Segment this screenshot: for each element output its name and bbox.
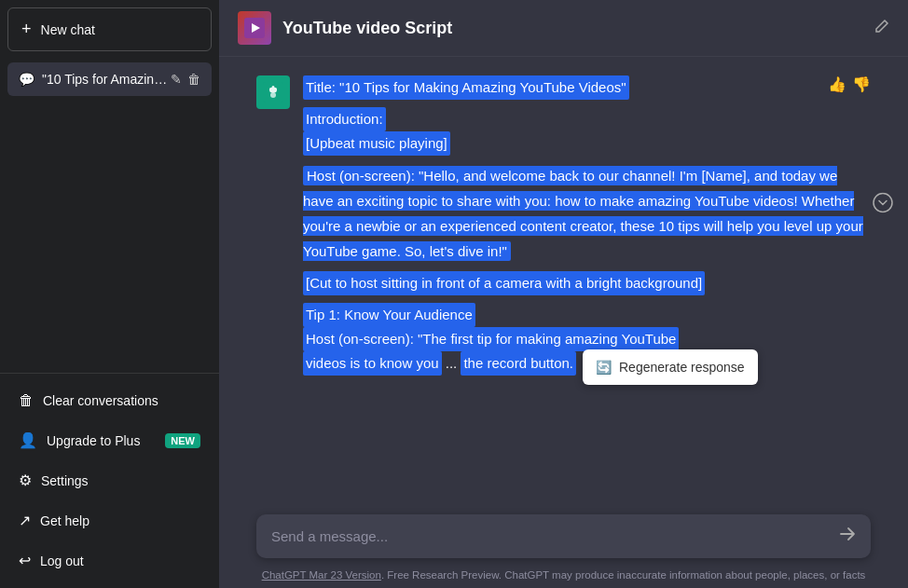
user-icon: 👤 [19, 431, 37, 449]
logout-label: Log out [40, 554, 84, 568]
clear-icon: 🗑 [19, 392, 34, 409]
footer: ChatGPT Mar 23 Version. Free Research Pr… [219, 564, 908, 588]
gear-icon: ⚙ [19, 472, 32, 489]
msg-tip1-title: Tip 1: Know Your Audience [303, 303, 475, 327]
delete-icon[interactable]: 🗑 [187, 72, 200, 87]
sidebar-bottom: 🗑 Clear conversations 👤 Upgrade to Plus … [0, 373, 219, 588]
help-label: Get help [40, 513, 89, 528]
header-left: YouTube video Script [238, 11, 452, 45]
msg-intro-block: Introduction: [Upbeat music playing] [303, 107, 871, 156]
msg-cut: [Cut to host sitting in front of a camer… [303, 271, 705, 295]
footer-text: . Free Research Preview. ChatGPT may pro… [381, 569, 865, 581]
msg-cut-block: [Cut to host sitting in front of a camer… [303, 271, 871, 295]
regenerate-tooltip[interactable]: 🔄 Regenerate response [583, 349, 758, 385]
plus-icon: + [21, 20, 32, 39]
message-actions: 👍 👎 [828, 75, 871, 93]
send-button[interactable] [839, 526, 856, 547]
msg-truncated: ... [446, 355, 458, 371]
settings-label: Settings [41, 473, 89, 488]
input-area [219, 503, 908, 564]
new-chat-label: New chat [41, 22, 95, 37]
message-input[interactable] [271, 528, 830, 544]
regenerate-label: Regenerate response [619, 357, 745, 377]
logout-icon: ↩ [19, 552, 31, 569]
header-title: YouTube video Script [282, 19, 452, 38]
msg-tip1-text3: the record button. [461, 351, 576, 376]
main-panel: YouTube video Script Title: "10 Tips for… [219, 0, 908, 588]
chat-icon: 💬 [19, 72, 34, 87]
msg-intro-label: Introduction: [303, 107, 386, 131]
scroll-down-arrow[interactable] [873, 193, 893, 218]
help-icon: ↗ [19, 512, 31, 529]
sidebar-item-settings[interactable]: ⚙ Settings [7, 460, 212, 500]
sidebar-item-clear[interactable]: 🗑 Clear conversations [7, 381, 212, 420]
new-badge: NEW [165, 433, 200, 448]
thumbs-up-icon[interactable]: 👍 [828, 75, 846, 93]
assistant-avatar [256, 75, 290, 109]
edit-icon[interactable]: ✎ [171, 72, 182, 87]
regen-icon: 🔄 [596, 357, 612, 377]
header-edit-icon[interactable] [874, 19, 889, 37]
msg-tip1-text2: videos is to know you [303, 351, 442, 376]
footer-link[interactable]: ChatGPT Mar 23 Version [262, 569, 381, 581]
message-row: Title: "10 Tips for Making Amazing YouTu… [256, 75, 871, 383]
sidebar-item-upgrade[interactable]: 👤 Upgrade to Plus NEW [7, 420, 212, 460]
clear-label: Clear conversations [43, 393, 158, 408]
sidebar-item-help[interactable]: ↗ Get help [7, 500, 212, 540]
header: YouTube video Script [219, 0, 908, 57]
upgrade-label: Upgrade to Plus [47, 433, 140, 448]
thumbs-down-icon[interactable]: 👎 [852, 75, 871, 93]
chat-history-item[interactable]: 💬 "10 Tips for Amazing Yo ✎ 🗑 [7, 62, 212, 96]
sidebar-item-logout[interactable]: ↩ Log out [7, 540, 212, 581]
msg-host-block: Host (on-screen): "Hello, and welcome ba… [303, 163, 871, 264]
input-box [256, 514, 871, 558]
msg-host-text: Host (on-screen): "Hello, and welcome ba… [303, 166, 863, 261]
msg-title-block: Title: "10 Tips for Making Amazing YouTu… [303, 75, 871, 100]
chat-item-left: 💬 "10 Tips for Amazing Yo [19, 72, 171, 87]
msg-tip1-text: Host (on-screen): "The first tip for mak… [303, 327, 679, 351]
chat-item-icons: ✎ 🗑 [171, 72, 200, 87]
msg-music: [Upbeat music playing] [303, 131, 450, 156]
msg-title: Title: "10 Tips for Making Amazing YouTu… [303, 75, 629, 100]
sidebar: + New chat 💬 "10 Tips for Amazing Yo ✎ 🗑… [0, 0, 219, 588]
chat-history: 💬 "10 Tips for Amazing Yo ✎ 🗑 [0, 59, 219, 373]
header-avatar [238, 11, 271, 45]
chat-item-label: "10 Tips for Amazing Yo [42, 72, 171, 87]
msg-tip1-block: Tip 1: Know Your Audience Host (on-scree… [303, 303, 871, 376]
chat-area: Title: "10 Tips for Making Amazing YouTu… [219, 57, 908, 503]
svg-point-4 [874, 194, 892, 212]
new-chat-button[interactable]: + New chat [7, 7, 212, 51]
message-content: Title: "10 Tips for Making Amazing YouTu… [303, 75, 871, 383]
svg-point-3 [270, 92, 276, 98]
